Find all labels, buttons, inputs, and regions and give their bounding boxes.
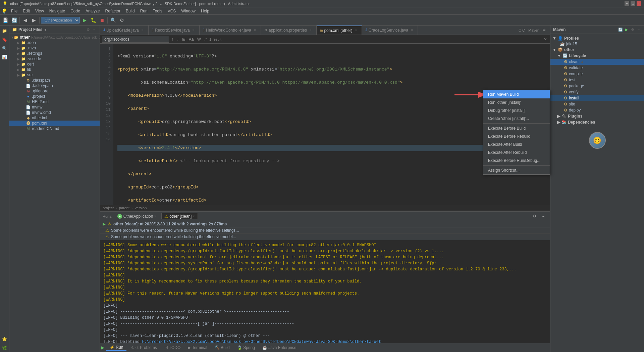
menu-help[interactable]: Help xyxy=(198,8,212,14)
bc-project[interactable]: project xyxy=(103,206,114,210)
tree-item-mvnw-cmd[interactable]: ▶ 📄 mvnw.cmd xyxy=(9,110,100,115)
panel-settings-btn[interactable]: ⚙ xyxy=(86,27,91,32)
toolbar-settings[interactable]: ⚙ xyxy=(118,16,126,24)
code-editor[interactable]: 1234 5678 9101112 13141516 <?xml version… xyxy=(100,44,550,205)
maven-plugins-header[interactable]: ▶ 🔌 Plugins xyxy=(550,113,644,119)
bottom-tab-terminal[interactable]: ▶ Terminal xyxy=(184,345,210,351)
toolbar-back[interactable]: ◀ xyxy=(21,16,29,24)
bottom-tab-java[interactable]: ☕ Java Enterprise xyxy=(259,345,300,351)
toolbar-search[interactable]: 🔍 xyxy=(109,16,117,24)
search-word-btn[interactable]: W xyxy=(196,37,202,42)
tree-item-settings[interactable]: ▶ 📁 .settings xyxy=(9,51,100,56)
run-tab-clean[interactable]: ⚠ other [clean] × xyxy=(161,213,198,219)
maximize-button[interactable]: □ xyxy=(631,1,635,6)
ctx-item-run-install[interactable]: Run 'other [install]' xyxy=(483,98,550,106)
tree-item-src[interactable]: ▶ 📁 src xyxy=(9,72,100,78)
search-prev-btn[interactable]: ↑ xyxy=(170,37,174,42)
console-link-target[interactable]: F:\project\AI\axc.px82.com\LoopV5\bsn_sd… xyxy=(142,340,381,343)
run-ctrl-settings[interactable]: ⚙ xyxy=(531,212,539,220)
tree-item-readme[interactable]: ▶ M readme.CN.md xyxy=(9,126,100,131)
maven-lifecycle-header[interactable]: ▼ 🔄 Lifecycle xyxy=(550,53,644,59)
tree-item-cert[interactable]: ▶ 📁 cert xyxy=(9,61,100,67)
panel-collapse-btn[interactable]: − xyxy=(92,27,97,32)
search-wrap-btn[interactable]: ⊞ xyxy=(181,37,186,42)
search-input[interactable] xyxy=(102,36,169,43)
maven-item-site[interactable]: ⚙ site xyxy=(550,101,644,107)
search-case-btn[interactable]: Aa xyxy=(188,37,195,42)
menu-code[interactable]: Code xyxy=(68,8,83,14)
tree-item-other-iml[interactable]: ▶ ◆ other.iml xyxy=(9,115,100,121)
tab-helloworld[interactable]: J HelloWorldController.java × xyxy=(200,26,261,35)
run-ctrl-close[interactable]: − xyxy=(539,212,547,220)
maven-item-deploy[interactable]: ⚙ deploy xyxy=(550,107,644,113)
menu-window[interactable]: Window xyxy=(178,8,198,14)
toolbar-run[interactable]: ▶ xyxy=(80,16,89,24)
run-tab-clean-close[interactable]: × xyxy=(193,215,195,218)
run-tab-app[interactable]: ▶ OtherApplication × xyxy=(114,213,160,220)
ctx-item-exec-after-rebuild[interactable]: Execute After Rebuild xyxy=(483,148,550,157)
tab-gradelog[interactable]: J GradeLogService.java × xyxy=(362,26,418,35)
ctx-item-create-install[interactable]: Create 'other [install]'... xyxy=(483,115,550,123)
menu-analyze[interactable]: Analyze xyxy=(83,8,103,14)
tab-close-gradelog[interactable]: × xyxy=(410,28,414,33)
menu-edit[interactable]: Edit xyxy=(20,8,33,14)
maven-deps-header[interactable]: ▶ 📚 Dependencies xyxy=(550,119,644,125)
tab-appprops[interactable]: ⚙ application.properties × xyxy=(261,26,317,35)
toolbar-debug[interactable]: 🐛 xyxy=(89,16,97,24)
tab-close-hello[interactable]: × xyxy=(253,28,257,33)
tree-item-idea[interactable]: ▶ 📁 .idea xyxy=(9,40,100,45)
bottom-tab-run[interactable]: ⚡ Run xyxy=(106,344,126,351)
tree-item-mvnw[interactable]: ▶ 📄 mvnw xyxy=(9,104,100,110)
ctx-item-exec-before-build[interactable]: Execute Before Build xyxy=(483,124,550,132)
maven-profile-jdk[interactable]: ☕ jdk-15 xyxy=(550,41,644,47)
run-play-btn[interactable]: ▶ xyxy=(101,345,104,350)
search-next-btn[interactable]: ↓ xyxy=(176,37,180,42)
toolbar-stop[interactable]: ⏹ xyxy=(98,16,106,24)
maven-settings-btn[interactable]: ⚙ xyxy=(630,27,635,32)
run-tab-app-close[interactable]: × xyxy=(154,214,156,218)
sidebar-structure-icon[interactable]: 📊 xyxy=(1,53,9,61)
tree-item-vscode[interactable]: ▶ 📁 .vscode xyxy=(9,56,100,61)
bottom-tab-build[interactable]: 🔨 Build xyxy=(211,345,233,351)
ctx-item-exec-before-run[interactable]: Execute Before Run/Debug... xyxy=(483,157,550,165)
maven-item-validate[interactable]: ⚙ validate xyxy=(550,65,644,71)
search-close-btn[interactable]: ✕ xyxy=(543,37,548,42)
menu-file[interactable]: File xyxy=(8,8,20,14)
maven-item-package[interactable]: ⚙ package xyxy=(550,83,644,89)
tab-close-upload[interactable]: × xyxy=(140,28,145,33)
tree-item-lib[interactable]: ▶ 📁 lib xyxy=(9,67,100,72)
tree-item-mvn[interactable]: ▶ 📁 .mvn xyxy=(9,45,100,51)
tab-maven-label[interactable]: Maven xyxy=(528,28,539,32)
ctx-item-run-maven[interactable]: Run Maven Build xyxy=(483,90,550,98)
tab-close-record[interactable]: × xyxy=(191,28,196,33)
tree-item-pom[interactable]: ▶ 🅜 pom.xml xyxy=(9,121,100,126)
menu-tools[interactable]: Tools xyxy=(150,8,165,14)
project-config-dropdown[interactable]: OtherApplication xyxy=(41,17,80,24)
minimize-button[interactable]: − xyxy=(625,1,629,6)
maven-close-btn[interactable]: − xyxy=(636,27,641,32)
panel-dropdown-arrow[interactable]: ▼ xyxy=(44,28,47,32)
sidebar-favorites-icon[interactable]: ⭐ xyxy=(1,335,9,343)
ctx-item-assign-shortcut[interactable]: Assign Shortcut... xyxy=(483,166,550,174)
sidebar-git-icon[interactable]: 🌿 xyxy=(1,344,9,352)
maven-item-compile[interactable]: ⚙ compile xyxy=(550,71,644,77)
menu-vcs[interactable]: VCS xyxy=(165,8,179,14)
tab-uploadgrade[interactable]: J UploadGrade.java × xyxy=(100,26,149,35)
ctx-item-exec-after-build[interactable]: Execute After Build xyxy=(483,140,550,148)
maven-item-clean[interactable]: ⚙ clean ◀ xyxy=(550,59,644,65)
sidebar-find-icon[interactable]: 🔍 xyxy=(1,44,9,52)
tab-pomxml[interactable]: m pom.xml (other) × xyxy=(317,26,362,35)
toolbar-forward[interactable]: ▶ xyxy=(30,16,38,24)
toolbar-sync[interactable]: 🔄 xyxy=(10,16,18,24)
search-regex-btn[interactable]: .* xyxy=(203,37,208,42)
tab-recordservice[interactable]: J RecordService.java × xyxy=(149,26,200,35)
bottom-tab-problems[interactable]: ⚠ 6: Problems xyxy=(127,345,160,351)
tree-item-gitignore[interactable]: ▶ ⊗ .gitignore xyxy=(9,88,100,94)
toolbar-save[interactable]: 💾 xyxy=(1,16,9,24)
tree-item-classpath[interactable]: ▶ ⚙ .classpath xyxy=(9,78,100,83)
maven-refresh-btn[interactable]: 🔄 xyxy=(618,27,623,32)
maven-run-btn[interactable]: ▶ xyxy=(624,27,629,32)
bc-version[interactable]: version xyxy=(135,206,147,210)
tree-root[interactable]: ▼ 📂 other F:\project\AI\axc.px82.com\Loo… xyxy=(9,35,100,40)
maven-item-verify[interactable]: ⚙ verify xyxy=(550,89,644,95)
